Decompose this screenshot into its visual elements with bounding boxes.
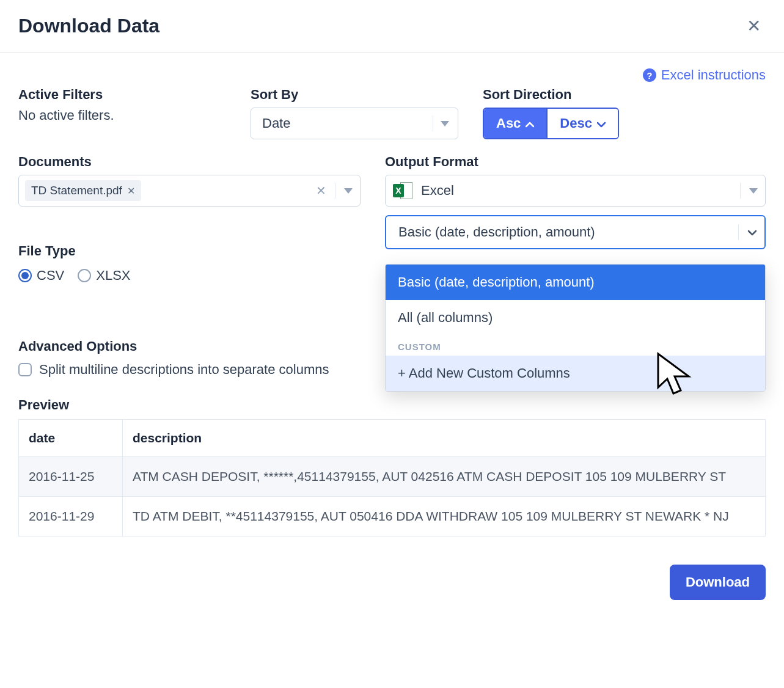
sort-by-select[interactable]: Date	[251, 108, 458, 139]
documents-label: Documents	[18, 154, 361, 170]
cell-date: 2016-11-25	[19, 457, 123, 497]
sort-direction-label: Sort Direction	[483, 87, 619, 103]
sort-asc-label: Asc	[496, 115, 521, 131]
clear-all-icon[interactable]: ✕	[316, 183, 326, 198]
columns-dropdown: Basic (date, description, amount) All (a…	[385, 264, 766, 392]
no-active-filters-text: No active filters.	[18, 108, 226, 123]
remove-tag-icon[interactable]: ✕	[127, 185, 135, 197]
download-button[interactable]: Download	[670, 565, 766, 600]
excel-icon: X	[393, 182, 412, 199]
help-link-label: Excel instructions	[661, 67, 766, 83]
preview-header-date: date	[19, 420, 123, 457]
chevron-down-icon	[747, 224, 757, 240]
chevron-down-icon	[597, 115, 606, 131]
file-type-label: File Type	[18, 243, 361, 259]
output-format-label: Output Format	[385, 154, 766, 170]
close-button[interactable]: ✕	[742, 15, 766, 37]
chevron-up-icon	[526, 115, 534, 131]
document-tag-label: TD Statement.pdf	[31, 184, 122, 197]
separator	[335, 183, 335, 199]
columns-option-basic[interactable]: Basic (date, description, amount)	[386, 265, 765, 300]
columns-option-add-custom[interactable]: + Add New Custom Columns	[386, 356, 765, 391]
help-icon: ?	[643, 68, 656, 82]
cell-description: TD ATM DEBIT, **45114379155, AUT 050416 …	[123, 497, 766, 536]
separator	[738, 224, 739, 240]
chevron-down-icon	[749, 188, 758, 194]
output-format-value: Excel	[421, 183, 454, 199]
file-type-xlsx-radio[interactable]: XLSX	[78, 268, 130, 284]
close-icon: ✕	[747, 16, 761, 35]
radio-checked-icon	[18, 269, 32, 282]
preview-header-description: description	[123, 420, 766, 457]
table-row: 2016-11-29 TD ATM DEBIT, **45114379155, …	[19, 497, 766, 536]
document-tag[interactable]: TD Statement.pdf ✕	[25, 180, 141, 201]
cell-date: 2016-11-29	[19, 497, 123, 536]
sort-asc-button[interactable]: Asc	[484, 109, 546, 138]
modal-title: Download Data	[18, 15, 159, 37]
file-type-csv-radio[interactable]: CSV	[18, 268, 64, 284]
separator	[740, 183, 741, 199]
columns-option-all[interactable]: All (all columns)	[386, 300, 765, 335]
excel-instructions-link[interactable]: ? Excel instructions	[643, 67, 766, 83]
table-row: 2016-11-25 ATM CASH DEPOSIT, ******,4511…	[19, 457, 766, 497]
file-type-xlsx-label: XLSX	[96, 268, 130, 284]
chevron-down-icon	[344, 188, 353, 194]
columns-select-value: Basic (date, description, amount)	[398, 224, 595, 240]
split-descriptions-label: Split multiline descriptions into separa…	[39, 362, 329, 378]
preview-table: date description 2016-11-25 ATM CASH DEP…	[18, 419, 766, 536]
split-descriptions-checkbox[interactable]	[18, 363, 32, 376]
columns-group-custom-label: CUSTOM	[386, 335, 765, 356]
columns-select[interactable]: Basic (date, description, amount)	[385, 215, 766, 249]
sort-by-label: Sort By	[251, 87, 458, 103]
sort-direction-toggle: Asc Desc	[483, 108, 619, 139]
sort-desc-button[interactable]: Desc	[546, 109, 618, 138]
documents-select[interactable]: TD Statement.pdf ✕ ✕	[18, 175, 361, 207]
separator	[433, 115, 433, 131]
chevron-down-icon	[441, 121, 449, 126]
sort-by-value: Date	[262, 115, 290, 131]
file-type-csv-label: CSV	[37, 268, 64, 284]
active-filters-label: Active Filters	[18, 87, 226, 103]
output-format-select[interactable]: X Excel	[385, 175, 766, 207]
preview-label: Preview	[18, 397, 766, 413]
advanced-options-label: Advanced Options	[18, 339, 361, 354]
radio-unchecked-icon	[78, 269, 91, 282]
sort-desc-label: Desc	[560, 115, 592, 131]
cell-description: ATM CASH DEPOSIT, ******,45114379155, AU…	[123, 457, 766, 497]
